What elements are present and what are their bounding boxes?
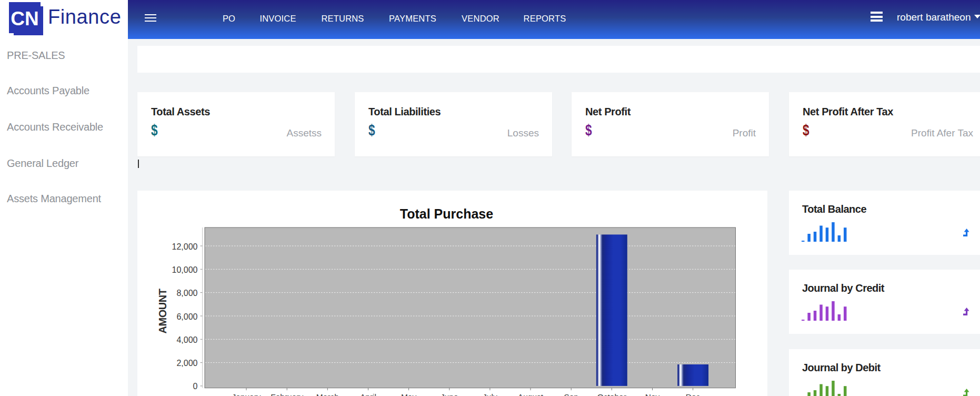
svg-text:10,000: 10,000 xyxy=(172,265,198,274)
svg-text:January: January xyxy=(232,392,261,396)
svg-text:Dec: Dec xyxy=(686,392,701,396)
svg-text:12,000: 12,000 xyxy=(172,242,198,251)
svg-text:February: February xyxy=(271,392,303,396)
svg-text:June: June xyxy=(441,392,458,396)
svg-text:0: 0 xyxy=(193,382,198,391)
svg-text:8,000: 8,000 xyxy=(176,289,197,298)
svg-text:October: October xyxy=(597,392,626,396)
svg-text:March: March xyxy=(316,392,339,396)
svg-text:August: August xyxy=(518,392,544,396)
svg-text:4,000: 4,000 xyxy=(176,335,197,344)
svg-text:Sep: Sep xyxy=(564,392,578,396)
svg-text:6,000: 6,000 xyxy=(176,312,197,321)
svg-text:May: May xyxy=(401,392,417,396)
svg-text:Nov: Nov xyxy=(645,392,660,396)
svg-text:2,000: 2,000 xyxy=(176,359,197,368)
svg-text:AMOUNT: AMOUNT xyxy=(157,289,168,333)
svg-text:July: July xyxy=(483,392,497,396)
svg-text:April: April xyxy=(360,392,376,396)
